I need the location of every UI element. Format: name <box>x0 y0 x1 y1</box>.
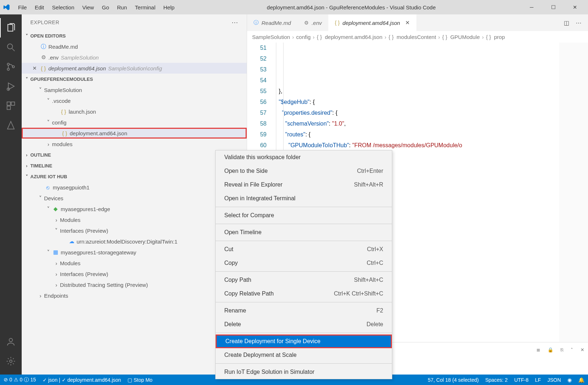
open-editor-item[interactable]: ✕{ }deployment.amd64.jsonSampleSolution\… <box>22 63 247 74</box>
timeline-header[interactable]: › TIMELINE <box>22 160 247 171</box>
status-item[interactable]: ✓ json | ✓ deployment.amd64.json <box>43 377 121 383</box>
status-item[interactable]: JSON <box>548 377 561 383</box>
context-menu-item[interactable]: CopyCtrl+C <box>216 256 392 270</box>
breadcrumb-item[interactable]: config <box>296 34 311 40</box>
explorer-sidebar: EXPLORER ⋯ ˅ OPEN EDITORS ⓘReadMe.md⚙.en… <box>22 14 247 375</box>
breadcrumb[interactable]: SampleSolution›config›{ } deployment.amd… <box>247 31 588 43</box>
breadcrumb-item[interactable]: { } modulesContent <box>389 34 436 40</box>
ctx-shortcut: Ctrl+C <box>367 260 383 266</box>
workspace-header[interactable]: ˅ GPUREFERENCEMODULES <box>22 74 247 84</box>
source-control-icon[interactable] <box>0 57 22 76</box>
context-menu-item[interactable]: Open Timeline <box>216 226 392 239</box>
maximize-button[interactable]: ☐ <box>546 4 561 10</box>
status-item[interactable]: Spaces: 2 <box>485 377 507 383</box>
tree-item[interactable]: ˅SampleSolution <box>22 84 247 95</box>
status-item[interactable]: 🔔 <box>578 377 584 383</box>
editor-tab[interactable]: ⓘReadMe.md <box>247 14 298 31</box>
extensions-icon[interactable] <box>0 96 22 115</box>
close-icon[interactable]: ✕ <box>405 19 410 26</box>
status-item[interactable]: 57, Col 18 (4 selected) <box>428 377 479 383</box>
status-item[interactable]: LF <box>535 377 541 383</box>
tree-item[interactable]: { }deployment.amd64.json <box>22 128 247 139</box>
menu-help[interactable]: Help <box>160 2 178 13</box>
tree-item[interactable]: ›Interfaces (Preview) <box>22 268 247 279</box>
context-menu-item[interactable]: RenameF2 <box>216 304 392 318</box>
open-editors-header[interactable]: ˅ OPEN EDITORS <box>22 30 247 41</box>
context-menu-item[interactable]: Copy Relative PathCtrl+K Ctrl+Shift+C <box>216 287 392 301</box>
context-menu-item[interactable]: Create Deployment for Single Device <box>216 334 392 348</box>
status-item[interactable]: ▢ Stop Mo <box>127 377 152 383</box>
lock-icon[interactable]: 🔒 <box>548 347 553 353</box>
tab-label: .env <box>312 20 322 26</box>
settings-gear-icon[interactable] <box>0 351 22 371</box>
outline-header[interactable]: › OUTLINE <box>22 149 247 160</box>
menu-go[interactable]: Go <box>98 2 113 13</box>
account-icon[interactable] <box>0 332 22 351</box>
menu-run[interactable]: Run <box>113 2 131 13</box>
breadcrumb-item[interactable]: { } prop <box>486 34 505 40</box>
close-icon[interactable]: ✕ <box>31 65 38 71</box>
tree-item[interactable]: ˅▦myasegpures1-storagegateway <box>22 247 247 258</box>
tree-item[interactable]: ›Endpoints <box>22 290 247 301</box>
tree-item[interactable]: ˅Devices <box>22 193 247 204</box>
menu-file[interactable]: File <box>14 2 30 13</box>
context-menu-item[interactable]: Run IoT Edge Solution in Simulator <box>216 365 392 379</box>
close-button[interactable]: ✕ <box>568 4 582 10</box>
breadcrumb-item[interactable]: SampleSolution <box>252 34 290 40</box>
tree-item[interactable]: { }launch.json <box>22 106 247 117</box>
menu-terminal[interactable]: Terminal <box>131 2 159 13</box>
context-menu-item[interactable]: DeleteDelete <box>216 318 392 331</box>
chevron-icon: ˅ <box>37 195 44 201</box>
filter-icon[interactable]: ≣ <box>536 347 540 353</box>
iot-hub-header[interactable]: ˅ AZURE IOT HUB <box>22 171 247 182</box>
azure-icon[interactable] <box>0 115 22 135</box>
context-menu-item[interactable]: Open in Integrated Terminal <box>216 192 392 205</box>
context-menu-item[interactable]: Create Deployment at Scale <box>216 348 392 362</box>
status-item[interactable]: ◉ <box>567 377 572 383</box>
menu-edit[interactable]: Edit <box>31 2 48 13</box>
clear-icon[interactable]: ⎘ <box>561 347 563 353</box>
editor-tab[interactable]: ⚙.env <box>298 14 328 31</box>
minimize-button[interactable]: ─ <box>524 4 539 10</box>
tree-item[interactable]: ˅config <box>22 117 247 128</box>
context-menu-item[interactable]: CutCtrl+X <box>216 242 392 256</box>
open-editor-item[interactable]: ⓘReadMe.md <box>22 41 247 52</box>
split-editor-icon[interactable]: ◫ <box>564 19 569 26</box>
ctx-shortcut: Shift+Alt+R <box>354 181 383 188</box>
context-menu-item[interactable]: Copy PathShift+Alt+C <box>216 273 392 287</box>
panel-close-icon[interactable]: ✕ <box>580 347 584 353</box>
timeline-label: TIMELINE <box>30 163 52 169</box>
breadcrumb-item[interactable]: { } GPUModule <box>442 34 480 40</box>
context-menu-item[interactable]: Open to the SideCtrl+Enter <box>216 164 392 178</box>
outline-label: OUTLINE <box>30 152 51 158</box>
context-menu-item[interactable]: Validate this workspace folder <box>216 150 392 164</box>
tree-item[interactable]: ›Distributed Tracing Setting (Preview) <box>22 279 247 290</box>
run-debug-icon[interactable] <box>0 76 22 96</box>
tree-item[interactable]: ›Modules <box>22 258 247 268</box>
status-item[interactable]: UTF-8 <box>514 377 529 383</box>
more-actions-icon[interactable]: ⋯ <box>576 19 581 26</box>
tree-icon: { } <box>61 130 68 136</box>
tree-item[interactable]: ˅◆myasegpures1-edge <box>22 204 247 214</box>
menu-view[interactable]: View <box>79 2 98 13</box>
context-menu-item[interactable]: Reveal in File ExplorerShift+Alt+R <box>216 178 392 192</box>
ctx-shortcut: Ctrl+X <box>367 246 383 253</box>
menu-selection[interactable]: Selection <box>48 2 78 13</box>
open-editor-item[interactable]: ⚙.envSampleSolution <box>22 52 247 63</box>
tree-item[interactable]: ˅.vscode <box>22 95 247 106</box>
minimap[interactable] <box>559 43 588 375</box>
editor-tab[interactable]: { }deployment.amd64.json✕ <box>328 14 416 31</box>
breadcrumb-item[interactable]: { } deployment.amd64.json <box>317 34 382 40</box>
explorer-more-icon[interactable]: ⋯ <box>232 18 238 26</box>
tree-item[interactable]: ›Modules <box>22 214 247 225</box>
tree-item[interactable]: ⎋myasegpuioth1 <box>22 182 247 193</box>
tree-item[interactable]: ☁urn:azureiot:ModelDiscovery:DigitalTwin… <box>22 236 247 247</box>
panel-chevron-up-icon[interactable]: ˄ <box>571 347 573 353</box>
context-menu-item[interactable]: Select for Compare <box>216 209 392 222</box>
tree-item[interactable]: ˅Interfaces (Preview) <box>22 225 247 236</box>
tree-item[interactable]: ›modules <box>22 139 247 149</box>
search-icon[interactable] <box>0 38 22 57</box>
ctx-label: Copy <box>224 260 238 266</box>
explorer-icon[interactable] <box>0 18 22 38</box>
status-item[interactable]: ⊘ 0 ⚠ 0 ⓘ 15 <box>4 377 36 383</box>
